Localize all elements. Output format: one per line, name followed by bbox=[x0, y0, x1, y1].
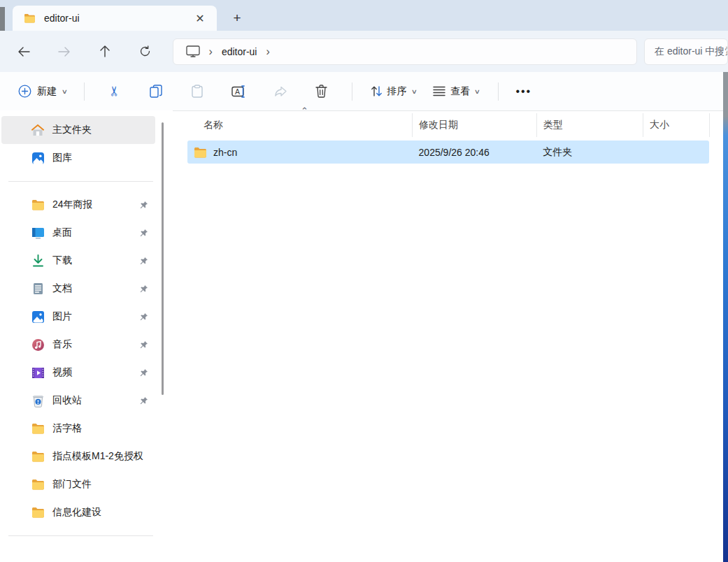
view-list-icon bbox=[433, 86, 445, 96]
sidebar-item-label: 活字格 bbox=[52, 422, 82, 435]
sidebar-item-label: 桌面 bbox=[52, 226, 72, 239]
sidebar-item-部门文件[interactable]: 部门文件 bbox=[1, 470, 155, 498]
search-input[interactable]: 在 editor-ui 中搜索 bbox=[644, 38, 728, 65]
pin-icon bbox=[139, 368, 148, 377]
file-type-cell: 文件夹 bbox=[536, 146, 643, 159]
file-name-cell: zh-cn bbox=[187, 147, 413, 158]
folder-icon bbox=[31, 198, 45, 212]
new-button-label: 新建 bbox=[37, 85, 57, 98]
forward-button[interactable] bbox=[50, 38, 79, 66]
file-row-zh-cn[interactable]: zh-cn2025/9/26 20:46文件夹 bbox=[187, 140, 709, 164]
plus-circle-icon bbox=[18, 85, 31, 98]
command-toolbar: 新建 ∨ ✂ A bbox=[0, 72, 728, 110]
video-icon bbox=[31, 366, 45, 380]
sidebar-item-图库[interactable]: 图库 bbox=[1, 144, 155, 172]
chevron-down-icon: ∨ bbox=[474, 88, 480, 95]
recycle-bin-icon bbox=[31, 394, 45, 408]
pin-icon bbox=[139, 201, 148, 210]
chevron-down-icon: ∨ bbox=[62, 88, 68, 95]
up-button[interactable] bbox=[90, 38, 119, 66]
file-list-panel: ⌃ 名称修改日期类型大小 zh-cn2025/9/26 20:46文件夹 bbox=[173, 110, 728, 562]
breadcrumb-chevron-icon: › bbox=[209, 45, 213, 58]
download-icon bbox=[31, 254, 45, 268]
toolbar-divider bbox=[352, 82, 352, 101]
folder-icon bbox=[31, 477, 45, 491]
refresh-button[interactable] bbox=[131, 38, 159, 66]
back-button[interactable] bbox=[10, 38, 38, 66]
view-button-label: 查看 bbox=[450, 85, 470, 98]
share-button[interactable] bbox=[259, 79, 301, 104]
svg-text:A: A bbox=[235, 87, 240, 96]
chevron-down-icon: ∨ bbox=[411, 88, 417, 95]
pin-icon bbox=[139, 340, 148, 350]
sidebar-item-音乐[interactable]: 音乐 bbox=[1, 331, 155, 359]
sidebar-item-label: 图片 bbox=[52, 310, 72, 323]
sidebar-item-文档[interactable]: 文档 bbox=[1, 275, 155, 303]
sidebar-item-24年商报[interactable]: 24年商报 bbox=[1, 191, 155, 219]
sidebar-separator bbox=[8, 181, 153, 182]
folder-icon bbox=[31, 449, 45, 463]
tab-bar: editor-ui ✕ + bbox=[0, 0, 728, 31]
folder-icon bbox=[24, 13, 36, 23]
pin-icon bbox=[139, 312, 148, 322]
breadcrumb-editor-ui[interactable]: editor-ui bbox=[222, 46, 257, 57]
column-header-2[interactable]: 修改日期 bbox=[413, 113, 537, 137]
sidebar-item-信息化建设[interactable]: 信息化建设 bbox=[1, 498, 155, 526]
sidebar-item-图片[interactable]: 图片 bbox=[1, 303, 155, 331]
this-pc-icon bbox=[186, 45, 200, 57]
sidebar-scrollbar[interactable] bbox=[162, 122, 164, 395]
rename-button[interactable]: A bbox=[218, 79, 259, 104]
toolbar-divider bbox=[84, 82, 85, 101]
sidebar-item-label: 指点模板M1-2免授权 bbox=[52, 450, 143, 463]
sidebar-item-label: 视频 bbox=[52, 366, 72, 379]
column-header-row: 名称修改日期类型大小 bbox=[173, 111, 728, 139]
copy-icon bbox=[150, 85, 162, 98]
more-options-button[interactable]: ••• bbox=[508, 85, 539, 98]
pin-icon bbox=[139, 257, 148, 266]
sidebar-item-指点模板M1-2免授权[interactable]: 指点模板M1-2免授权 bbox=[1, 442, 155, 470]
sidebar-item-桌面[interactable]: 桌面 bbox=[1, 219, 155, 247]
column-header-1[interactable]: 名称 bbox=[173, 113, 413, 137]
rename-icon: A bbox=[231, 85, 246, 98]
sidebar-item-下载[interactable]: 下载 bbox=[1, 247, 155, 275]
share-icon bbox=[273, 85, 287, 98]
tab-title: editor-ui bbox=[44, 13, 190, 24]
new-tab-button[interactable]: + bbox=[227, 8, 248, 28]
column-header-3[interactable]: 类型 bbox=[537, 113, 643, 137]
pictures-icon bbox=[31, 310, 45, 324]
file-rows: zh-cn2025/9/26 20:46文件夹 bbox=[173, 139, 728, 164]
music-icon bbox=[31, 338, 45, 352]
sidebar-item-label: 主文件夹 bbox=[52, 124, 92, 136]
document-icon bbox=[31, 282, 45, 296]
sidebar-item-回收站[interactable]: 回收站 bbox=[1, 387, 155, 415]
sidebar-item-label: 图库 bbox=[52, 152, 72, 164]
sidebar-item-label: 回收站 bbox=[52, 394, 82, 407]
sidebar-item-活字格[interactable]: 活字格 bbox=[1, 415, 155, 442]
paste-button[interactable] bbox=[177, 79, 218, 104]
tab-close-icon[interactable]: ✕ bbox=[190, 8, 210, 28]
desktop-wallpaper-sliver bbox=[723, 72, 728, 562]
new-button[interactable]: 新建 ∨ bbox=[11, 79, 74, 104]
folder-icon bbox=[31, 422, 45, 435]
toolbar-divider bbox=[498, 82, 499, 101]
copy-button[interactable] bbox=[136, 79, 177, 104]
sidebar: 主文件夹图库24年商报桌面下载文档图片音乐视频回收站活字格指点模板M1-2免授权… bbox=[0, 110, 173, 562]
gallery-icon bbox=[31, 151, 45, 165]
sort-button[interactable]: 排序 ∨ bbox=[362, 79, 425, 104]
view-button[interactable]: 查看 ∨ bbox=[424, 79, 488, 104]
sidebar-item-主文件夹[interactable]: 主文件夹 bbox=[1, 116, 155, 144]
desktop-icon bbox=[31, 226, 45, 240]
navigation-bar: › editor-ui › 在 editor-ui 中搜索 bbox=[0, 31, 728, 72]
main-area: 主文件夹图库24年商报桌面下载文档图片音乐视频回收站活字格指点模板M1-2免授权… bbox=[0, 110, 728, 562]
sidebar-item-视频[interactable]: 视频 bbox=[1, 359, 155, 387]
sort-ascending-caret-icon: ⌃ bbox=[301, 106, 308, 116]
folder-icon bbox=[194, 147, 207, 158]
pin-icon bbox=[139, 284, 148, 294]
clipboard-icon bbox=[192, 85, 203, 98]
address-bar[interactable]: › editor-ui › bbox=[173, 38, 637, 65]
sidebar-item-label: 部门文件 bbox=[52, 478, 92, 491]
cut-button[interactable]: ✂ bbox=[94, 79, 136, 104]
delete-button[interactable] bbox=[301, 79, 342, 104]
tab-editor-ui[interactable]: editor-ui ✕ bbox=[13, 6, 217, 31]
column-header-4[interactable]: 大小 bbox=[643, 113, 710, 137]
